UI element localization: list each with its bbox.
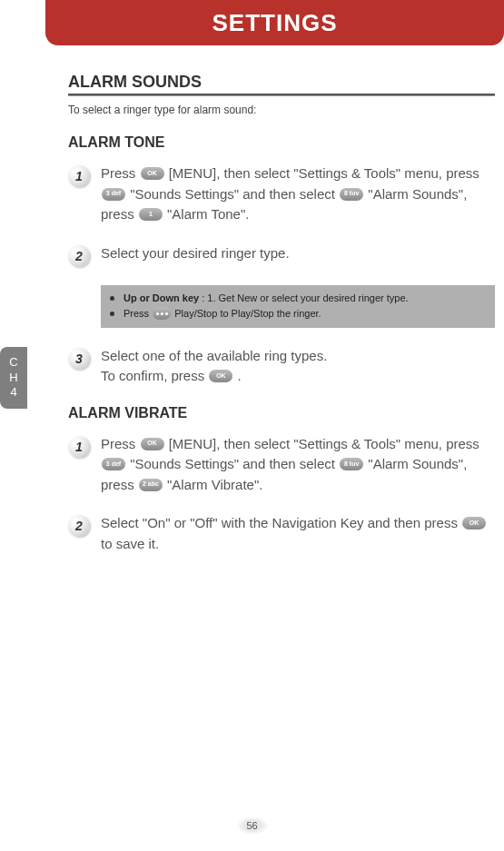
step-number-1: 1 bbox=[68, 436, 90, 458]
text: "Sounds Settings" and then select bbox=[126, 186, 339, 202]
chapter-tab: C H 4 bbox=[0, 347, 27, 409]
text: [MENU], then select "Settings & Tools" m… bbox=[165, 436, 479, 451]
text: Select one of the available ring types. bbox=[101, 348, 327, 363]
key-3-icon: 3 def bbox=[102, 188, 125, 201]
step: 2 Select "On" or "Off" with the Navigati… bbox=[68, 513, 495, 554]
subsection-alarm-tone: ALARM TONE bbox=[68, 134, 495, 151]
section-note: To select a ringer type for alarm sound: bbox=[68, 104, 495, 116]
bullet-icon bbox=[110, 312, 114, 316]
step-text: Press OK [MENU], then select "Settings &… bbox=[101, 163, 495, 225]
step-text: Press OK [MENU], then select "Settings &… bbox=[101, 434, 495, 496]
header-banner: SETTINGS bbox=[45, 0, 504, 45]
step: 1 Press OK [MENU], then select "Settings… bbox=[68, 163, 495, 225]
step-number-1: 1 bbox=[68, 165, 90, 187]
tip-text: Press Play/Stop to Play/Stop the ringer. bbox=[124, 306, 321, 322]
chapter-tab-line: H bbox=[9, 371, 17, 386]
bullet-icon bbox=[110, 296, 114, 301]
chapter-tab-line: C bbox=[9, 355, 17, 371]
page-number-wrap: 56 bbox=[236, 816, 269, 835]
text: [MENU], then select "Settings & Tools" m… bbox=[165, 165, 479, 181]
step: 1 Press OK [MENU], then select "Settings… bbox=[68, 434, 495, 496]
step-number-3: 3 bbox=[68, 348, 90, 370]
content-area: ALARM SOUNDS To select a ringer type for… bbox=[68, 73, 495, 572]
step-number-2: 2 bbox=[68, 515, 90, 537]
page-number: 56 bbox=[236, 816, 269, 835]
section-title: ALARM SOUNDS bbox=[68, 73, 495, 92]
text: to save it. bbox=[101, 536, 159, 551]
tip-text: Up or Down key : 1. Get New or select yo… bbox=[124, 291, 409, 307]
text: . bbox=[233, 368, 241, 383]
header-title: SETTINGS bbox=[212, 9, 337, 37]
step-text: Select "On" or "Off" with the Navigation… bbox=[101, 513, 495, 554]
key-8-icon: 8 tuv bbox=[340, 188, 363, 201]
tip-row: Press Play/Stop to Play/Stop the ringer. bbox=[110, 306, 486, 322]
ok-icon: OK bbox=[141, 438, 164, 450]
tip-label: Up or Down key bbox=[124, 292, 199, 303]
key-1-icon: 1 bbox=[139, 208, 163, 221]
ok-icon: OK bbox=[141, 167, 164, 180]
key-3-icon: 3 def bbox=[102, 458, 125, 470]
play-stop-icon bbox=[153, 307, 171, 320]
step: 2 Select your desired ringer type. bbox=[68, 243, 495, 267]
tip-rest: : 1. Get New or select your desired ring… bbox=[199, 292, 409, 303]
text: "Sounds Settings" and then select bbox=[126, 456, 339, 471]
tip-part: Press bbox=[124, 308, 152, 319]
ok-icon: OK bbox=[209, 370, 232, 382]
tip-part: Play/Stop to Play/Stop the ringer. bbox=[172, 308, 321, 319]
tip-box: Up or Down key : 1. Get New or select yo… bbox=[101, 285, 495, 328]
section-underline bbox=[68, 94, 495, 96]
text: To confirm, press bbox=[101, 368, 208, 383]
step-text: Select your desired ringer type. bbox=[101, 243, 290, 264]
step-text: Select one of the available ring types. … bbox=[101, 346, 327, 387]
key-2-icon: 2 abc bbox=[139, 479, 163, 491]
text: "Alarm Tone". bbox=[163, 206, 250, 222]
text: Press bbox=[101, 436, 140, 451]
tip-row: Up or Down key : 1. Get New or select yo… bbox=[110, 291, 486, 307]
step-number-2: 2 bbox=[68, 245, 90, 267]
key-8-icon: 8 tuv bbox=[340, 458, 363, 470]
text: "Alarm Vibrate". bbox=[163, 477, 263, 492]
text: Press bbox=[101, 165, 140, 181]
step: 3 Select one of the available ring types… bbox=[68, 346, 495, 387]
subsection-alarm-vibrate: ALARM VIBRATE bbox=[68, 405, 495, 421]
text: Select "On" or "Off" with the Navigation… bbox=[101, 515, 461, 530]
ok-icon: OK bbox=[462, 517, 486, 529]
chapter-tab-line: 4 bbox=[10, 385, 16, 401]
